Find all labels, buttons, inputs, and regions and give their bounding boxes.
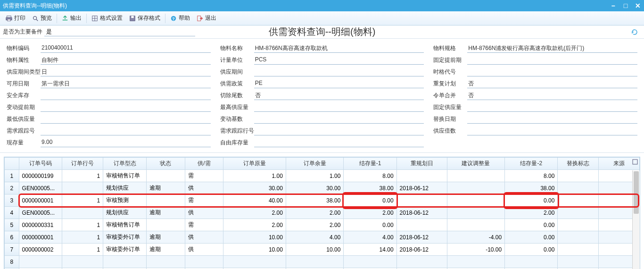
table-cell[interactable] (558, 194, 599, 207)
table-cell[interactable]: 0000000331 (19, 219, 62, 231)
info-value[interactable]: PCS (254, 56, 424, 65)
row-number[interactable]: 5 (5, 219, 19, 231)
table-cell[interactable] (558, 244, 599, 256)
table-cell[interactable]: 40.00 (223, 194, 286, 207)
table-cell[interactable] (447, 256, 504, 268)
row-number[interactable]: 4 (5, 207, 19, 219)
table-cell[interactable]: GEN00005... (19, 207, 62, 219)
column-header[interactable]: 建议调整量 (447, 158, 504, 170)
table-cell[interactable] (223, 256, 286, 268)
info-value[interactable] (467, 103, 637, 112)
table-cell[interactable]: -4.00 (447, 231, 504, 244)
info-value[interactable]: HM-8766N浦发银行高容高速存取款机(后开门) (467, 44, 637, 53)
table-cell[interactable] (19, 256, 62, 268)
filter-input[interactable] (44, 27, 195, 36)
table-row[interactable]: 300000000011审核预测需40.0038.000.000.00 (5, 194, 640, 207)
table-cell[interactable]: 审核销售订单 (103, 170, 147, 182)
table-cell[interactable]: 4.00 (344, 231, 396, 244)
column-header[interactable] (5, 158, 19, 170)
table-cell[interactable]: 14.00 (344, 244, 396, 256)
table-cell[interactable] (447, 207, 504, 219)
table-cell[interactable]: 2.00 (344, 207, 396, 219)
table-cell[interactable]: 2018-06-12 (396, 182, 447, 194)
table-cell[interactable]: 1.00 (286, 170, 343, 182)
print-button[interactable]: 打印 (3, 13, 28, 23)
column-header[interactable]: 替换标志 (558, 158, 599, 170)
info-value[interactable] (254, 103, 424, 112)
table-cell[interactable]: 1 (62, 244, 103, 256)
table-cell[interactable] (147, 256, 185, 268)
maximize-panel-icon[interactable] (632, 159, 638, 166)
table-cell[interactable] (396, 170, 447, 182)
table-cell[interactable]: 38.00 (286, 194, 343, 207)
table-cell[interactable]: 38.00 (505, 182, 558, 194)
table-cell[interactable] (396, 194, 447, 207)
table-cell[interactable] (447, 194, 504, 207)
table-cell[interactable] (396, 219, 447, 231)
table-cell[interactable] (185, 256, 223, 268)
table-cell[interactable]: 逾期 (147, 244, 185, 256)
table-cell[interactable]: 10.00 (223, 231, 286, 244)
table-cell[interactable]: 规划供应 (103, 182, 147, 194)
refresh-icon[interactable] (631, 28, 638, 37)
table-cell[interactable]: -10.00 (447, 244, 504, 256)
column-header[interactable]: 订单型态 (103, 158, 147, 170)
table-cell[interactable]: 0.00 (344, 194, 396, 207)
row-number[interactable]: 3 (5, 194, 19, 207)
table-cell[interactable] (558, 231, 599, 244)
table-cell[interactable]: 需 (185, 170, 223, 182)
info-value[interactable] (467, 127, 637, 135)
table-cell[interactable]: 逾期 (147, 207, 185, 219)
table-cell[interactable] (558, 170, 599, 182)
table-cell[interactable]: 0.00 (505, 244, 558, 256)
table-row[interactable]: 700000000021审核委外订单逾期供10.0010.0014.002018… (5, 244, 640, 256)
table-cell[interactable] (62, 256, 103, 268)
table-cell[interactable]: 需 (185, 194, 223, 207)
table-cell[interactable]: 2018-06-12 (396, 231, 447, 244)
info-value[interactable] (41, 115, 211, 124)
column-header[interactable]: 订单号码 (19, 158, 62, 170)
table-cell[interactable] (447, 170, 504, 182)
table-cell[interactable]: 0000000002 (19, 244, 62, 256)
table-cell[interactable]: 供 (185, 207, 223, 219)
info-value[interactable] (41, 127, 211, 135)
preview-button[interactable]: 预览 (29, 13, 55, 23)
table-cell[interactable] (103, 256, 147, 268)
row-number[interactable]: 6 (5, 231, 19, 244)
exit-button[interactable]: 退出 (194, 13, 219, 23)
table-cell[interactable] (147, 194, 185, 207)
column-header[interactable]: 结存量-1 (344, 158, 396, 170)
scrollbar-thumb[interactable] (634, 171, 639, 214)
table-cell[interactable]: 需 (185, 219, 223, 231)
info-value[interactable]: 2100400011 (41, 44, 211, 53)
table-cell[interactable]: 4.00 (286, 231, 343, 244)
table-cell[interactable] (505, 256, 558, 268)
table-cell[interactable]: 2.00 (505, 207, 558, 219)
info-value[interactable] (41, 92, 211, 100)
minimize-button[interactable]: – (610, 2, 617, 9)
table-cell[interactable]: 30.00 (223, 182, 286, 194)
table-cell[interactable]: 审核预测 (103, 194, 147, 207)
table-cell[interactable] (558, 207, 599, 219)
table-cell[interactable]: 2.00 (223, 207, 286, 219)
maximize-button[interactable]: □ (622, 2, 629, 9)
table-cell[interactable] (147, 219, 185, 231)
row-number[interactable]: 2 (5, 182, 19, 194)
table-cell[interactable]: 8.00 (505, 170, 558, 182)
table-cell[interactable]: 0000000001 (19, 194, 62, 207)
table-cell[interactable]: 1 (62, 170, 103, 182)
table-cell[interactable]: 10.00 (223, 244, 286, 256)
info-value[interactable]: PE (254, 80, 424, 88)
table-cell[interactable]: 38.00 (344, 182, 396, 194)
table-cell[interactable]: 2018-06-12 (396, 207, 447, 219)
row-number[interactable]: 1 (5, 170, 19, 182)
table-cell[interactable]: 规划供应 (103, 207, 147, 219)
table-cell[interactable]: GEN00005... (19, 182, 62, 194)
info-value[interactable] (254, 127, 424, 135)
table-cell[interactable]: 1 (62, 219, 103, 231)
info-value[interactable] (467, 56, 637, 65)
table-cell[interactable]: 供 (185, 182, 223, 194)
table-cell[interactable]: 0.00 (505, 231, 558, 244)
info-value[interactable] (254, 115, 424, 124)
saveformat-button[interactable]: 保存格式 (126, 13, 163, 23)
